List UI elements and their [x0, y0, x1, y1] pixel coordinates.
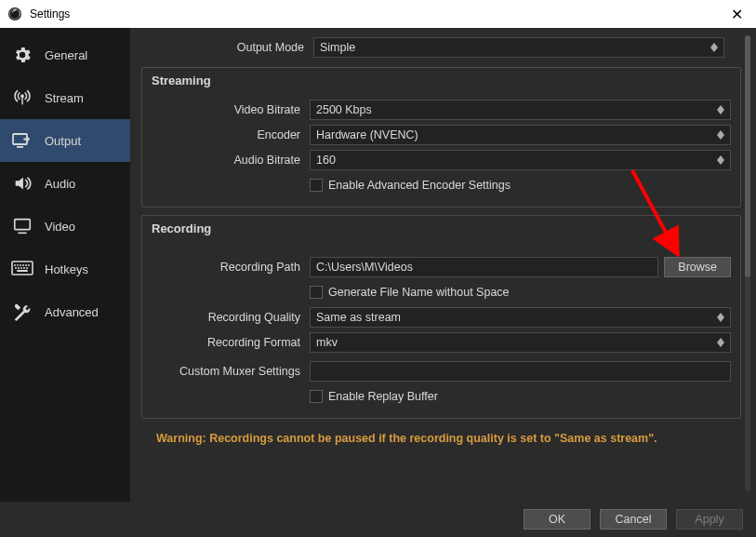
sidebar-item-label: Hotkeys — [45, 262, 88, 276]
generate-filename-checkbox[interactable] — [310, 286, 323, 299]
scrollbar[interactable] — [745, 35, 750, 491]
svg-point-2 — [20, 94, 24, 98]
obs-icon — [7, 7, 22, 21]
recording-quality-label: Recording Quality — [152, 311, 310, 324]
output-mode-value: Simple — [320, 41, 355, 54]
muxer-input[interactable] — [310, 361, 731, 382]
antenna-icon — [11, 87, 33, 109]
settings-main: Output Mode Simple Streaming Video Bitra… — [130, 28, 756, 502]
recording-format-label: Recording Format — [152, 336, 310, 349]
recording-path-input[interactable]: C:\Users\M\Videos — [310, 257, 658, 277]
recording-panel: Recording Recording Path C:\Users\M\Vide… — [141, 215, 741, 419]
audio-bitrate-value: 160 — [316, 154, 336, 167]
sidebar-item-video[interactable]: Video — [0, 205, 130, 248]
sidebar-item-label: Stream — [45, 91, 84, 105]
output-mode-label: Output Mode — [141, 41, 313, 54]
replay-buffer-checkbox[interactable] — [310, 390, 323, 403]
recording-title: Recording — [142, 216, 740, 245]
sidebar-item-output[interactable]: Output — [0, 119, 130, 162]
sidebar-item-general[interactable]: General — [0, 34, 130, 76]
sidebar-item-advanced[interactable]: Advanced — [0, 290, 130, 333]
footer: OK Cancel Apply — [0, 502, 756, 537]
window-title: Settings — [30, 7, 725, 20]
output-mode-select[interactable]: Simple — [313, 37, 724, 58]
settings-window: Settings ✕ General Stream Output Audio — [0, 0, 756, 537]
tools-icon — [11, 301, 33, 323]
chevron-updown-icon — [717, 155, 724, 165]
cancel-button[interactable]: Cancel — [600, 509, 667, 530]
spinner-icon — [717, 105, 724, 114]
speaker-icon — [11, 172, 33, 195]
audio-bitrate-select[interactable]: 160 — [310, 150, 731, 170]
svg-rect-5 — [17, 146, 23, 148]
recording-quality-value: Same as stream — [316, 311, 401, 324]
scrollbar-thumb[interactable] — [745, 35, 750, 277]
streaming-panel: Streaming Video Bitrate 2500 Kbps Encode… — [141, 67, 741, 208]
close-button[interactable]: ✕ — [725, 6, 749, 23]
svg-rect-3 — [21, 98, 22, 104]
chevron-updown-icon — [717, 338, 724, 347]
muxer-label: Custom Muxer Settings — [152, 365, 310, 378]
recording-quality-select[interactable]: Same as stream — [310, 307, 731, 328]
video-bitrate-input[interactable]: 2500 Kbps — [310, 100, 731, 120]
recording-format-value: mkv — [316, 336, 338, 349]
encoder-value: Hardware (NVENC) — [316, 128, 418, 141]
titlebar: Settings ✕ — [0, 0, 756, 28]
enable-advanced-checkbox[interactable] — [310, 179, 323, 192]
video-bitrate-label: Video Bitrate — [152, 103, 310, 116]
sidebar-item-label: Video — [45, 220, 75, 234]
chevron-updown-icon — [717, 313, 724, 322]
chevron-updown-icon — [717, 130, 724, 140]
sidebar-item-label: Audio — [45, 177, 75, 191]
svg-rect-6 — [15, 220, 31, 230]
audio-bitrate-label: Audio Bitrate — [152, 154, 310, 167]
sidebar-item-hotkeys[interactable]: Hotkeys — [0, 248, 130, 290]
enable-advanced-label: Enable Advanced Encoder Settings — [328, 179, 511, 192]
encoder-label: Encoder — [152, 128, 310, 141]
sidebar-item-label: Advanced — [45, 305, 99, 319]
output-icon — [11, 129, 33, 152]
recording-path-label: Recording Path — [152, 261, 310, 274]
recording-format-select[interactable]: mkv — [310, 332, 731, 353]
sidebar-item-label: General — [45, 48, 87, 62]
chevron-updown-icon — [710, 43, 718, 52]
replay-buffer-label: Enable Replay Buffer — [328, 390, 438, 403]
ok-button[interactable]: OK — [524, 509, 590, 530]
settings-body: General Stream Output Audio Video Hotkey… — [0, 28, 756, 502]
sidebar-item-stream[interactable]: Stream — [0, 76, 130, 119]
recording-path-value: C:\Users\M\Videos — [316, 261, 413, 274]
warning-text: Warning: Recordings cannot be paused if … — [141, 426, 741, 450]
apply-button[interactable]: Apply — [676, 509, 743, 530]
keyboard-icon — [11, 258, 33, 280]
sidebar: General Stream Output Audio Video Hotkey… — [0, 28, 130, 502]
streaming-title: Streaming — [142, 68, 740, 97]
encoder-select[interactable]: Hardware (NVENC) — [310, 125, 731, 145]
sidebar-item-audio[interactable]: Audio — [0, 162, 130, 205]
sidebar-item-label: Output — [45, 134, 81, 148]
monitor-icon — [11, 215, 33, 237]
output-mode-row: Output Mode Simple — [141, 35, 741, 60]
browse-button[interactable]: Browse — [664, 257, 731, 277]
video-bitrate-value: 2500 Kbps — [316, 103, 372, 116]
gear-icon — [11, 44, 33, 66]
generate-filename-label: Generate File Name without Space — [328, 286, 510, 299]
